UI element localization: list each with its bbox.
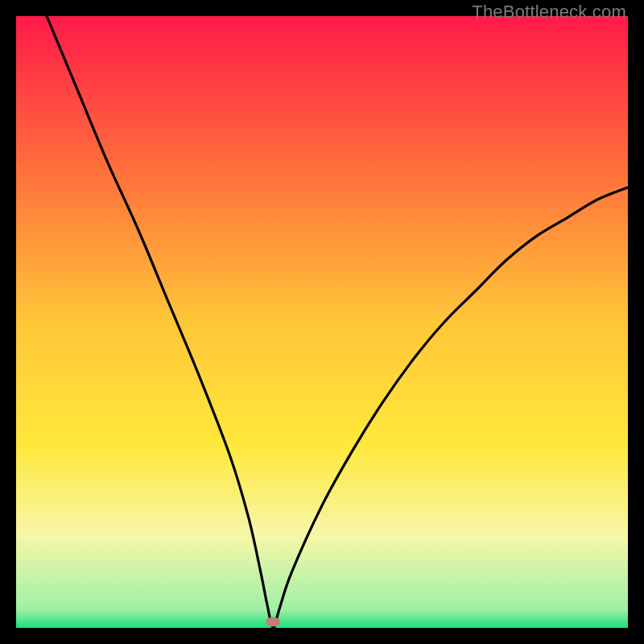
gradient-background bbox=[16, 16, 628, 628]
watermark-text: TheBottleneck.com bbox=[472, 2, 626, 23]
chart-frame bbox=[16, 16, 628, 628]
optimum-marker bbox=[266, 617, 280, 626]
bottleneck-chart bbox=[16, 16, 628, 628]
